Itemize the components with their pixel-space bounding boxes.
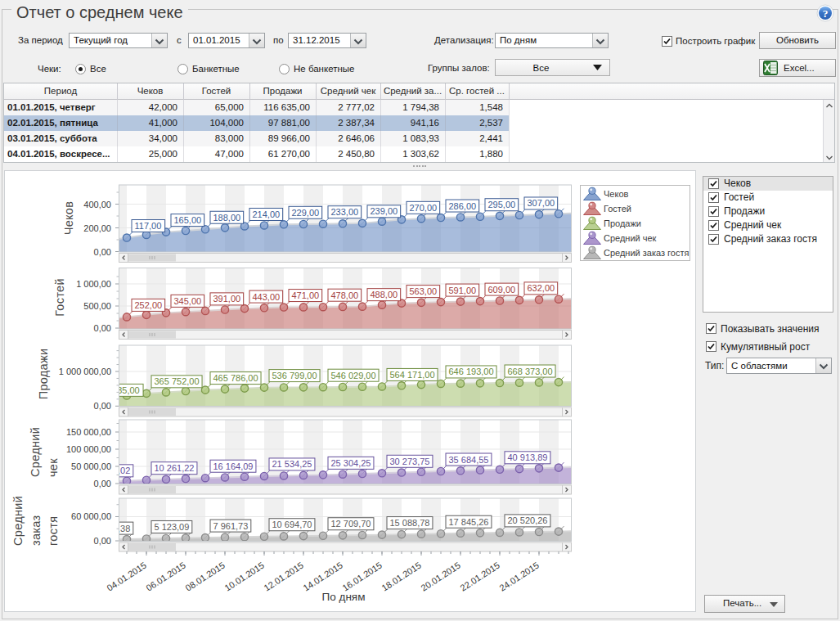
svg-text:465 786,00: 465 786,00 [213,373,258,383]
svg-text:400,00: 400,00 [83,200,111,209]
svg-text:Средний: Средний [29,427,42,477]
svg-text:40 913,89: 40 913,89 [508,452,548,462]
svg-text:188,00: 188,00 [213,213,241,223]
svg-text:15 088,78: 15 088,78 [390,518,430,528]
svg-text:0,00: 0,00 [94,536,111,546]
svg-text:391,00: 391,00 [213,294,241,304]
svg-text:239,00: 239,00 [371,206,398,216]
svg-text:646 193,00: 646 193,00 [449,367,494,376]
svg-text:17 845,26: 17 845,26 [449,517,489,527]
svg-text:7 961,73: 7 961,73 [213,521,249,531]
svg-text:1 794,38: 1 794,38 [96,524,131,533]
svg-text:30 273,75: 30 273,75 [390,457,430,466]
svg-text:563,00: 563,00 [410,286,438,296]
svg-text:08.01.2015: 08.01.2015 [183,560,227,593]
svg-text:233,00: 233,00 [331,207,359,217]
svg-text:20.01.2015: 20.01.2015 [419,560,462,593]
svg-text:5 123,09: 5 123,09 [155,522,190,532]
svg-text:471,00: 471,00 [292,290,320,300]
svg-text:0,00: 0,00 [94,323,111,333]
svg-text:16 164,09: 16 164,09 [213,461,254,471]
svg-text:1 000,00: 1 000,00 [76,279,111,289]
svg-text:536 799,00: 536 799,00 [272,371,317,380]
svg-text:10 694,70: 10 694,70 [272,520,312,529]
svg-text:270,00: 270,00 [410,203,438,213]
svg-text:35 684,55: 35 684,55 [449,455,489,465]
svg-text:546 029,00: 546 029,00 [331,371,376,380]
svg-text:18.01.2015: 18.01.2015 [380,560,423,593]
svg-text:По дням: По дням [322,591,366,603]
svg-text:609,00: 609,00 [488,285,516,295]
svg-text:50 000,00: 50 000,00 [71,461,111,471]
svg-text:488,00: 488,00 [371,290,398,299]
svg-text:Гостей: Гостей [604,204,631,214]
svg-text:0,00: 0,00 [94,401,111,411]
svg-text:500,00: 500,00 [83,301,111,311]
svg-text:10.01.2015: 10.01.2015 [222,560,266,593]
svg-text:214,00: 214,00 [253,209,281,219]
svg-text:Средний заказ гостя: Средний заказ гостя [604,248,690,258]
svg-text:24.01.2015: 24.01.2015 [497,560,541,593]
svg-text:Продажи: Продажи [604,218,641,228]
svg-text:Гостей: Гостей [53,278,66,317]
svg-text:286,00: 286,00 [449,201,477,211]
svg-text:25 304,25: 25 304,25 [331,458,371,468]
svg-text:443,00: 443,00 [253,292,281,302]
svg-text:307,00: 307,00 [528,198,555,208]
svg-text:165,00: 165,00 [174,215,202,225]
svg-text:Средний чек: Средний чек [604,233,657,243]
svg-text:12 709,70: 12 709,70 [331,519,371,529]
svg-text:20 520,26: 20 520,26 [508,515,548,525]
svg-text:гостя: гостя [47,516,60,546]
svg-text:чек: чек [47,458,60,477]
svg-text:252,00: 252,00 [135,300,163,310]
svg-text:60 000,00: 60 000,00 [71,511,111,521]
svg-text:100 000,00: 100 000,00 [66,444,111,454]
svg-text:478,00: 478,00 [331,290,359,300]
svg-text:14.01.2015: 14.01.2015 [301,560,344,593]
svg-text:365 752,00: 365 752,00 [155,376,200,386]
svg-text:12.01.2015: 12.01.2015 [262,560,305,593]
svg-text:1 000 000,00: 1 000 000,00 [59,367,111,376]
svg-text:16.01.2015: 16.01.2015 [340,560,384,593]
svg-text:Продажи: Продажи [37,349,50,400]
svg-text:04.01.2015: 04.01.2015 [105,560,148,593]
svg-text:591,00: 591,00 [449,286,477,295]
svg-text:заказ: заказ [29,515,43,546]
svg-text:Чеков: Чеков [604,189,629,199]
svg-text:22.01.2015: 22.01.2015 [458,560,501,593]
svg-text:200,00: 200,00 [83,223,111,233]
svg-text:10 261,22: 10 261,22 [155,463,195,473]
svg-text:295,00: 295,00 [488,200,516,209]
svg-text:229,00: 229,00 [292,208,320,218]
svg-text:0,00: 0,00 [94,247,111,257]
svg-text:06.01.2015: 06.01.2015 [144,560,187,593]
svg-text:150 000,00: 150 000,00 [66,427,111,437]
svg-text:Средний: Средний [11,496,25,546]
svg-text:632,00: 632,00 [528,283,555,293]
svg-text:?: ? [823,7,829,20]
svg-text:668 373,00: 668 373,00 [508,367,553,376]
svg-text:21 534,25: 21 534,25 [272,459,312,469]
svg-text:0,00: 0,00 [94,479,111,488]
svg-text:564 171,00: 564 171,00 [390,370,435,380]
svg-text:Чеков: Чеков [62,201,75,236]
svg-text:117,00: 117,00 [135,221,162,231]
svg-text:116 635,00: 116 635,00 [96,385,140,395]
svg-text:345,00: 345,00 [174,296,202,306]
